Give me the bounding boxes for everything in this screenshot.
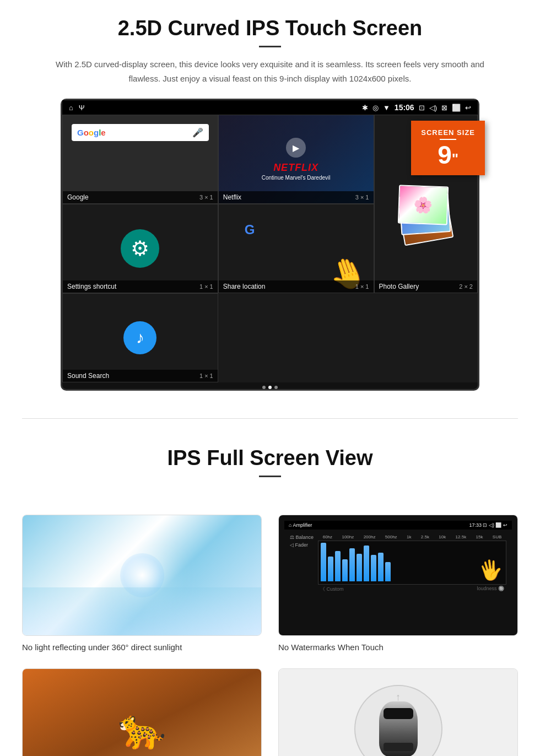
share-location-cell[interactable]: G 🤚 Share location 1 × 1 [218,204,374,293]
eq-bar-10 [385,562,391,581]
share-location-size: 1 × 1 [355,283,369,290]
feature-caption-1: No light reflecting under 360° direct su… [22,642,262,652]
photo-stack: 🌸 [398,176,453,231]
feature-no-watermarks: ⌂ Amplifier 17:33 ⊡ ◁) ⬜ ↩ ⚖ Balance ◁ F… [278,515,518,652]
home-icon: ⌂ [69,104,73,112]
netflix-widget-cell[interactable]: ▶ NETFLIX Continue Marvel's Daredevil Ne… [218,115,374,204]
sound-search-label: Sound Search 1 × 1 [63,370,218,382]
car-visual: ↑ ↓ [279,669,517,756]
eq-bar-4 [342,559,348,581]
eq-hand-icon: 🖐 [477,557,505,583]
status-time: 15:06 [395,103,414,112]
status-bar: ⌂ Ψ ✱ ◎ ▼ 15:06 ⊡ ◁) ⊠ ⬜ ↩ [62,100,478,115]
badge-size: 9" [421,142,475,168]
settings-label: Settings shortcut [67,283,116,290]
feature-fast-response: 🐆 Super Fast Response [22,668,262,756]
eq-home-icon: ⌂ Amplifier [289,522,312,528]
photo-gallery-label: Photo Gallery 2 × 2 [375,280,478,293]
volume-icon: ◁) [429,104,437,112]
netflix-cell-label: Netflix 3 × 1 [219,191,374,203]
section1-title: 2.5D Curved IPS Touch Screen [33,17,507,40]
share-location-content: G 🤚 [219,204,374,293]
eq-loudness: loudness 🔘 [477,586,504,593]
section2-title: IPS Full Screen View [33,446,507,470]
bluetooth-icon: ✱ [362,104,368,112]
netflix-logo: NETFLIX [273,162,318,174]
eq-bar-1 [321,543,326,581]
car-rear-window [384,743,413,751]
settings-shortcut-cell[interactable]: ⚙ Settings shortcut 1 × 1 [62,204,218,293]
google-widget-cell[interactable]: Google 🎤 Google 3 × 1 [62,115,218,204]
back-icon: ↩ [465,104,471,112]
section-curved-screen: 2.5D Curved IPS Touch Screen With 2.5D c… [0,0,540,402]
dot-3 [274,386,278,389]
netflix-subtitle: Continue Marvel's Daredevil [262,175,331,181]
eq-bar-8 [371,555,376,581]
car-body: ↑ ↓ [379,701,418,756]
section-ips-fullscreen: IPS Full Screen View [0,435,540,504]
google-search-bar[interactable]: Google 🎤 [72,124,209,141]
location-icon: ◎ [372,104,379,112]
netflix-bg: ▶ NETFLIX Continue Marvel's Daredevil [219,115,374,203]
screen-mockup: Screen Size 9" ⌂ Ψ ✱ ◎ ▼ [61,99,479,391]
eq-time: 17:33 ⊡ ◁) ⬜ ↩ [469,522,507,528]
mic-icon[interactable]: 🎤 [192,127,203,138]
equalizer-visual: ⌂ Amplifier 17:33 ⊡ ◁) ⬜ ↩ ⚖ Balance ◁ F… [279,515,517,635]
share-location-label: Share location 1 × 1 [219,280,374,293]
section1-description: With 2.5D curved-display screen, this de… [50,57,490,85]
netflix-grid-size: 3 × 1 [355,194,369,201]
photo-gallery-size: 2 × 2 [459,283,473,290]
photo-card-3: 🌸 [398,185,449,225]
sound-search-icon: ♪ [123,321,156,354]
sky-visual [23,515,261,635]
eq-status-bar: ⌂ Amplifier 17:33 ⊡ ◁) ⬜ ↩ [284,521,512,530]
netflix-play-button[interactable]: ▶ [286,138,306,158]
cheetah-emoji: 🐆 [118,706,166,752]
sound-search-text: Sound Search [67,372,109,380]
feature-grid: No light reflecting under 360° direct su… [0,504,540,756]
usb-icon: Ψ [79,104,85,112]
eq-bar-3 [335,551,341,581]
dot-2 [268,386,272,389]
feature-no-reflection: No light reflecting under 360° direct su… [22,515,262,652]
share-location-text: Share location [223,283,266,290]
netflix-label: Netflix [223,193,241,201]
close-icon: ⊠ [441,104,447,112]
google-cell-label: Google 3 × 1 [63,191,218,203]
google-logo: Google [77,128,106,137]
netflix-content: ▶ NETFLIX Continue Marvel's Daredevil [219,115,374,203]
google-grid-size: 3 × 1 [199,194,213,201]
settings-content: ⚙ [63,204,218,293]
settings-icon: ⚙ [121,229,159,268]
wifi-icon: ▼ [383,104,390,112]
camera-icon: ⊡ [419,104,425,112]
google-widget-content: Google 🎤 [63,115,218,203]
title-underline [259,46,281,47]
status-left-icons: ⌂ Ψ [69,104,85,112]
section-divider [22,418,518,419]
screen-size-badge: Screen Size 9" [411,121,485,175]
eq-bar-7 [364,546,369,581]
settings-grid-size: 1 × 1 [199,283,213,290]
sound-search-cell[interactable]: ♪ Sound Search 1 × 1 [62,293,218,382]
eq-bar-6 [357,554,362,581]
feature-image-eq: ⌂ Amplifier 17:33 ⊡ ◁) ⬜ ↩ ⚖ Balance ◁ F… [278,515,518,636]
feature-image-sky [22,515,262,636]
feature-caption-2: No Watermarks When Touch [278,642,518,652]
badge-underline [440,139,456,140]
settings-cell-label: Settings shortcut 1 × 1 [63,280,218,293]
window-icon: ⬜ [452,104,461,112]
dot-1 [262,386,266,389]
feature-image-cheetah: 🐆 [22,668,262,756]
car-body-shape [379,701,418,756]
eq-bar-9 [378,553,384,581]
sound-search-size: 1 × 1 [199,372,213,379]
page-dots [62,386,478,389]
badge-label: Screen Size [421,128,475,137]
photo-gallery-text: Photo Gallery [379,283,419,290]
eq-bar-2 [328,557,333,581]
status-right-icons: ✱ ◎ ▼ 15:06 ⊡ ◁) ⊠ ⬜ ↩ [362,103,471,112]
eq-back-btn[interactable]: 《 Custom [320,586,344,593]
cheetah-visual: 🐆 [23,669,261,756]
sound-search-content: ♪ [63,294,218,382]
